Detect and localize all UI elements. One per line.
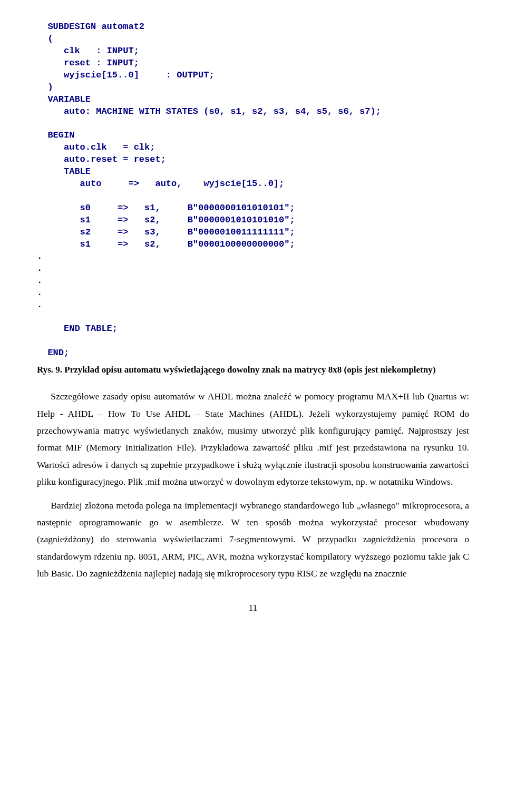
body-paragraph-1: Szczegółowe zasady opisu automatów w AHD…	[37, 388, 469, 490]
figure-caption: Rys. 9. Przykład opisu automatu wyświetl…	[37, 365, 469, 375]
body-paragraph-2: Bardziej złożona metoda polega na implem…	[37, 497, 469, 582]
code-block: SUBDESIGN automat2 ( clk : INPUT; reset …	[37, 21, 469, 359]
page-number: 11	[37, 603, 469, 613]
